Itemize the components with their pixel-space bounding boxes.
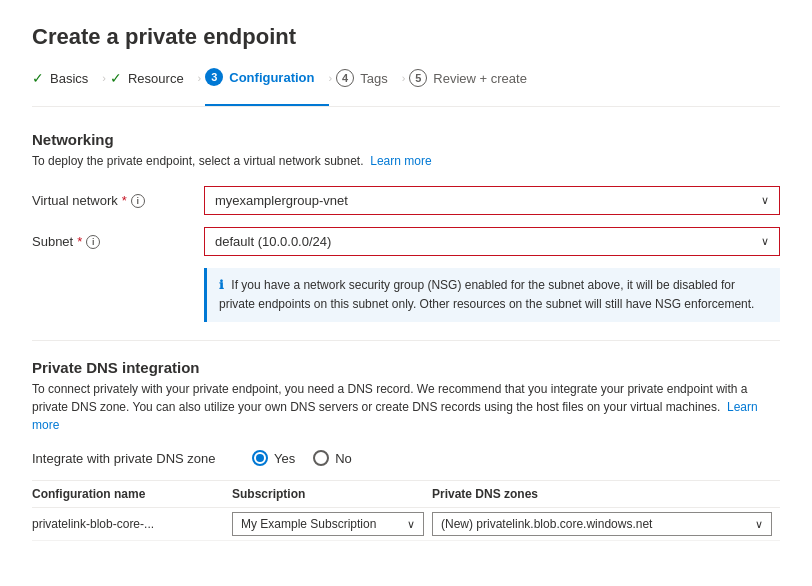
- dns-zone-dropdown[interactable]: (New) privatelink.blob.core.windows.net …: [432, 512, 772, 536]
- dns-radio-group: Yes No: [252, 450, 352, 466]
- step-basics-label: Basics: [50, 71, 88, 86]
- step-sep-2: ›: [198, 72, 206, 92]
- dns-yes-label[interactable]: Yes: [252, 450, 295, 466]
- dns-yes-radio[interactable]: [252, 450, 268, 466]
- networking-title: Networking: [32, 131, 780, 148]
- networking-section: Networking To deploy the private endpoin…: [32, 131, 780, 322]
- dns-no-text: No: [335, 451, 352, 466]
- row-config-name: privatelink-blob-core-...: [32, 517, 232, 531]
- dns-desc: To connect privately with your private e…: [32, 380, 780, 434]
- step-circle-review: 5: [409, 69, 427, 87]
- step-sep-1: ›: [102, 72, 110, 92]
- wizard-steps: ✓ Basics › ✓ Resource › 3 Configuration …: [32, 68, 780, 107]
- col-config-name: Configuration name: [32, 487, 232, 501]
- dns-table-row: privatelink-blob-core-... My Example Sub…: [32, 508, 780, 541]
- vnet-value: myexamplergroup-vnet: [215, 193, 348, 208]
- step-review-label: Review + create: [433, 71, 527, 86]
- subnet-info-icon[interactable]: i: [86, 235, 100, 249]
- step-configuration[interactable]: 3 Configuration: [205, 68, 328, 106]
- step-circle-tags: 4: [336, 69, 354, 87]
- checkmark-resource: ✓: [110, 70, 122, 86]
- dns-table-header: Configuration name Subscription Private …: [32, 481, 780, 508]
- dns-no-label[interactable]: No: [313, 450, 352, 466]
- step-circle-config: 3: [205, 68, 223, 86]
- subscription-value: My Example Subscription: [241, 517, 376, 531]
- section-divider: [32, 340, 780, 341]
- vnet-chevron: ∨: [761, 194, 769, 207]
- subscription-chevron: ∨: [407, 518, 415, 531]
- networking-desc: To deploy the private endpoint, select a…: [32, 152, 780, 170]
- dns-zone-value: (New) privatelink.blob.core.windows.net: [441, 517, 652, 531]
- subnet-row: Subnet * i default (10.0.0.0/24) ∨: [32, 227, 780, 256]
- subnet-chevron: ∨: [761, 235, 769, 248]
- row-subscription-select[interactable]: My Example Subscription ∨: [232, 512, 432, 536]
- dns-integrate-row: Integrate with private DNS zone Yes No: [32, 450, 780, 466]
- step-review[interactable]: 5 Review + create: [409, 69, 541, 95]
- col-dns-zones: Private DNS zones: [432, 487, 780, 501]
- step-basics[interactable]: ✓ Basics: [32, 70, 102, 94]
- step-tags[interactable]: 4 Tags: [336, 69, 401, 95]
- dns-integrate-label: Integrate with private DNS zone: [32, 451, 252, 466]
- virtual-network-row: Virtual network * i myexamplergroup-vnet…: [32, 186, 780, 215]
- subnet-required-star: *: [77, 234, 82, 249]
- dns-title: Private DNS integration: [32, 359, 780, 376]
- networking-learn-more[interactable]: Learn more: [370, 154, 431, 168]
- nsg-info-icon: ℹ: [219, 278, 224, 292]
- dns-zone-chevron: ∨: [755, 518, 763, 531]
- step-sep-4: ›: [402, 72, 410, 92]
- col-subscription: Subscription: [232, 487, 432, 501]
- step-sep-3: ›: [329, 72, 337, 92]
- subscription-dropdown[interactable]: My Example Subscription ∨: [232, 512, 424, 536]
- dns-section: Private DNS integration To connect priva…: [32, 359, 780, 541]
- subnet-value: default (10.0.0.0/24): [215, 234, 331, 249]
- subnet-select[interactable]: default (10.0.0.0/24) ∨: [204, 227, 780, 256]
- dns-yes-text: Yes: [274, 451, 295, 466]
- page-title: Create a private endpoint: [32, 24, 780, 50]
- step-resource-label: Resource: [128, 71, 184, 86]
- vnet-info-icon[interactable]: i: [131, 194, 145, 208]
- row-dns-zone-select[interactable]: (New) privatelink.blob.core.windows.net …: [432, 512, 780, 536]
- dns-no-radio[interactable]: [313, 450, 329, 466]
- step-resource[interactable]: ✓ Resource: [110, 70, 198, 94]
- virtual-network-select[interactable]: myexamplergroup-vnet ∨: [204, 186, 780, 215]
- step-configuration-label: Configuration: [229, 70, 314, 85]
- nsg-info-banner: ℹ If you have a network security group (…: [204, 268, 780, 322]
- step-tags-label: Tags: [360, 71, 387, 86]
- dns-table: Configuration name Subscription Private …: [32, 480, 780, 541]
- vnet-required-star: *: [122, 193, 127, 208]
- virtual-network-label: Virtual network * i: [32, 193, 192, 208]
- checkmark-basics: ✓: [32, 70, 44, 86]
- subnet-label: Subnet * i: [32, 234, 192, 249]
